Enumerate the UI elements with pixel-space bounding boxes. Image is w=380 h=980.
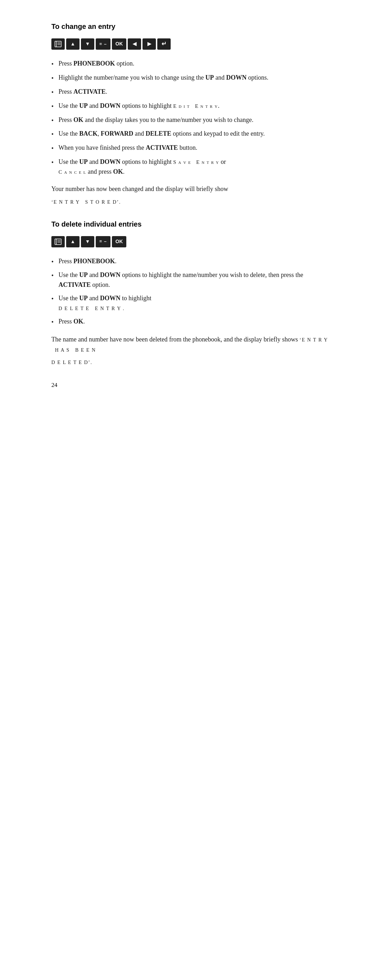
bullet-text: Use the UP and DOWN options to highlight… [59, 157, 329, 177]
ok-btn-2[interactable]: OK [112, 236, 126, 247]
list-item: • When you have finished press the ACTIV… [51, 143, 329, 154]
section-heading-delete: To delete individual entries [51, 219, 329, 230]
list-item: • Press PHONEBOOK option. [51, 59, 329, 69]
bullet-text: Press ACTIVATE. [59, 87, 329, 97]
list-item: • Use the UP and DOWN to highlight D E L… [51, 294, 329, 313]
page-number: 24 [51, 380, 329, 390]
up-arrow-btn-2[interactable]: ▲ [66, 236, 79, 247]
bullet-text: Press PHONEBOOK. [59, 256, 329, 266]
list-item: • Use the UP and DOWN options to highlig… [51, 157, 329, 177]
bullet-symbol: • [51, 144, 54, 154]
bullet-text: Press OK and the display takes you to th… [59, 115, 329, 125]
button-row-change: ▲ ▼ ≡ – OK ◀ ▶ ↵ [51, 38, 329, 50]
phonebook-icon-btn[interactable] [51, 38, 65, 50]
bullet-symbol: • [51, 60, 54, 69]
section-change-entry: To change an entry ▲ ▼ ≡ – OK ◀ ▶ ↵ • Pr… [51, 21, 329, 206]
list-item: • Press OK and the display takes you to … [51, 115, 329, 126]
bullet-text: Use the UP and DOWN to highlight D E L E… [59, 294, 329, 313]
activate-btn-2[interactable]: ≡ – [96, 236, 111, 247]
enter-btn[interactable]: ↵ [157, 38, 171, 50]
section-delete-entries: To delete individual entries ▲ ▼ ≡ – OK … [51, 219, 329, 367]
bullet-symbol: • [51, 88, 54, 98]
bullet-text: Use the UP and DOWN options to highlight… [59, 270, 329, 290]
up-arrow-btn[interactable]: ▲ [66, 38, 79, 50]
activate-btn[interactable]: ≡ – [96, 38, 111, 50]
svg-rect-5 [55, 239, 61, 245]
bullet-text: Use the UP and DOWN options to highlight… [59, 101, 329, 111]
bullet-symbol: • [51, 158, 54, 168]
bullet-text: Press OK. [59, 317, 329, 327]
phonebook-icon-btn-2[interactable] [51, 236, 65, 247]
button-row-delete: ▲ ▼ ≡ – OK [51, 236, 329, 247]
bullet-text: When you have finished press the ACTIVAT… [59, 143, 329, 153]
entry-stored-label: ‘E N T R Y S T O R E D’. [51, 198, 329, 206]
bullet-symbol: • [51, 102, 54, 112]
bullet-symbol: • [51, 271, 54, 281]
section-heading-change: To change an entry [51, 21, 329, 32]
forward-arrow-btn[interactable]: ▶ [142, 38, 156, 50]
bullet-text: Use the BACK, FORWARD and DELETE options… [59, 129, 329, 139]
back-arrow-btn[interactable]: ◀ [128, 38, 141, 50]
bullet-symbol: • [51, 116, 54, 126]
ok-btn[interactable]: OK [112, 38, 126, 50]
bullet-symbol: • [51, 74, 54, 84]
change-entry-bullets: • Press PHONEBOOK option. • Highlight th… [51, 59, 329, 177]
down-arrow-btn-2[interactable]: ▼ [81, 236, 94, 247]
delete-entry-paragraph: The name and number have now been delete… [51, 334, 329, 355]
bullet-text: Press PHONEBOOK option. [59, 59, 329, 69]
delete-entry-bullets: • Press PHONEBOOK. • Use the UP and DOWN… [51, 256, 329, 328]
entry-deleted-label: D E L E T E D’. [51, 359, 329, 366]
list-item: • Press ACTIVATE. [51, 87, 329, 98]
svg-rect-0 [55, 41, 61, 47]
down-arrow-btn[interactable]: ▼ [81, 38, 94, 50]
list-item: • Press PHONEBOOK. [51, 256, 329, 267]
list-item: • Use the BACK, FORWARD and DELETE optio… [51, 129, 329, 140]
list-item: • Use the UP and DOWN options to highlig… [51, 270, 329, 290]
change-entry-paragraph: Your number has now been changed and the… [51, 184, 329, 194]
list-item: • Press OK. [51, 317, 329, 328]
bullet-symbol: • [51, 318, 54, 328]
bullet-symbol: • [51, 257, 54, 267]
bullet-text: Highlight the number/name you wish to ch… [59, 73, 329, 83]
list-item: • Use the UP and DOWN options to highlig… [51, 101, 329, 112]
bullet-symbol: • [51, 294, 54, 304]
bullet-symbol: • [51, 130, 54, 140]
list-item: • Highlight the number/name you wish to … [51, 73, 329, 84]
